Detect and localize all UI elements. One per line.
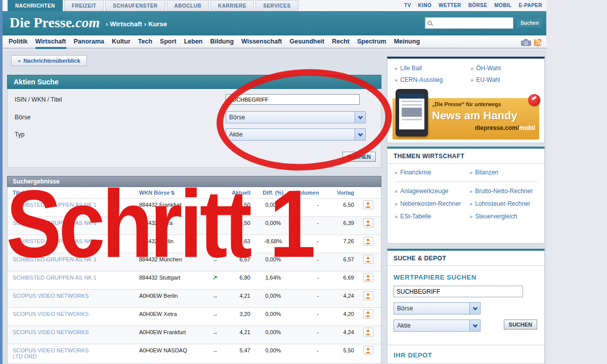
result-title-link[interactable]: SCOPUS VIDEO NETWORKS <box>13 311 89 317</box>
result-title-link[interactable]: SCHIBSTED-GRUPPEN AS NK 1 <box>13 256 97 262</box>
result-title-link[interactable]: SCOPUS VIDEO NETWORKS <box>13 293 89 299</box>
ad-url-prefix: diepresse.com/ <box>475 124 519 131</box>
nav-item-leben[interactable]: Leben <box>184 35 203 49</box>
quicklink-wetter[interactable]: WETTER <box>439 3 461 8</box>
divider <box>395 181 538 182</box>
quicklink-tv[interactable]: TV <box>404 3 411 8</box>
themen-link-steuervergleich[interactable]: »Steuervergleich <box>469 213 541 220</box>
sidebar-link-life-ball[interactable]: »Life Ball <box>395 65 470 72</box>
sidebar-search-input[interactable] <box>394 286 523 297</box>
camera-icon[interactable] <box>521 39 531 48</box>
breadcrumb-item-wirtschaft[interactable]: Wirtschaft <box>110 20 142 28</box>
nav-item-politik[interactable]: Politik <box>9 35 28 49</box>
aktien-suche-form: ISIN / WKN / Titel Börse Börse Typ Aktie… <box>7 89 381 168</box>
portfolio-person-icon[interactable] <box>363 346 373 355</box>
site-logo[interactable]: Die Presse.com <box>10 15 100 31</box>
cell-diff: 0,00% <box>250 311 296 317</box>
cell-trend: → <box>207 202 223 208</box>
themen-link-bilanzen[interactable]: »Bilanzen <box>469 169 541 176</box>
sidebar-aktie-select[interactable]: Aktie <box>394 320 481 332</box>
portfolio-person-icon[interactable] <box>363 237 373 246</box>
portfolio-person-icon[interactable] <box>363 291 373 300</box>
topbar-tab-services[interactable]: SERVICES <box>255 0 298 11</box>
cell-titel: SCHIBSTED-GRUPPEN AS NK 1 <box>13 275 139 281</box>
nav-item-sport[interactable]: Sport <box>160 35 177 49</box>
rss-icon[interactable] <box>534 39 541 48</box>
sidebar-link-öh-wahl[interactable]: »ÖH-Wahl <box>470 65 541 72</box>
sidebar-link-eu-wahl[interactable]: »EU-Wahl <box>470 76 541 83</box>
result-title-link[interactable]: SCHIBSTED-GRUPPEN AS NK 1 <box>13 202 97 208</box>
topbar-tab-nachrichten[interactable]: NACHRICHTEN <box>8 0 63 11</box>
nav-item-kultur[interactable]: Kultur <box>112 35 131 49</box>
isin-wkn-titel-input[interactable] <box>226 94 360 105</box>
result-title-link[interactable]: SCHIBSTED-GRUPPEN AS NK 1 <box>13 275 97 281</box>
table-row: SCOPUS VIDEO NETWORKSA0H0EW Xetra→3,200,… <box>8 307 381 326</box>
wertpapiere-suchen-title: WERTPAPIERE SUCHEN <box>394 274 538 281</box>
result-title-link[interactable]: SCHIBSTED-GRUPPEN AS NK 1 <box>13 238 97 244</box>
quicklink-börse[interactable]: BÖRSE <box>468 3 488 8</box>
portfolio-person-icon[interactable] <box>363 309 373 318</box>
quicklink-kino[interactable]: KINO <box>418 3 431 8</box>
quicklink-e-paper[interactable]: E-PAPER <box>518 3 542 8</box>
portfolio-person-icon[interactable] <box>363 255 373 264</box>
masthead-suchen-button[interactable]: Suchen <box>517 19 542 27</box>
portfolio-person-icon[interactable] <box>363 200 373 209</box>
nav-item-recht[interactable]: Recht <box>332 35 350 49</box>
cell-aktuell: 4,21 <box>223 293 250 299</box>
cell-wkn-boerse: A0H0EW NASDAQ <box>139 347 207 353</box>
sidebar-suchen-button[interactable]: SUCHEN <box>504 320 537 330</box>
nav-item-meinung[interactable]: Meinung <box>394 35 420 49</box>
trend-up-icon: ↗ <box>212 274 218 281</box>
sidebar-suche-depot-box: SUCHE & DEPOT WERTPAPIERE SUCHEN Börse A… <box>387 249 545 364</box>
bullet-icon: » <box>470 65 473 71</box>
themen-link-brutto-netto-rechner[interactable]: »Brutto-Netto-Rechner <box>469 188 541 195</box>
results-title: Suchergebnisse <box>13 178 60 185</box>
themen-link-nebenkosten-rechner[interactable]: »Nebenkosten-Rechner <box>395 200 469 207</box>
nav-item-panorama[interactable]: Panorama <box>74 35 104 49</box>
topbar-tab-karriere[interactable]: KARRIERE <box>210 0 254 11</box>
typ-select[interactable]: Aktie <box>226 128 366 141</box>
result-title-link[interactable]: SCHIBSTED-GRUPPEN AS NK 1 <box>13 220 97 226</box>
result-title-link[interactable]: SCOPUS VIDEO NETWORKS <box>13 329 89 335</box>
themen-row: »Finanzkrise»Bilanzen <box>395 169 544 176</box>
sidebar-boerse-select[interactable]: Börse <box>394 302 481 314</box>
search-icon <box>427 21 432 25</box>
boerse-value: Frankfurt <box>163 329 186 335</box>
portfolio-person-icon[interactable] <box>363 218 373 228</box>
nav-item-spectrum[interactable]: Spectrum <box>357 35 386 49</box>
column-header-wkn-boerse[interactable]: WKN Börse⇅ <box>139 190 207 196</box>
bullet-icon: » <box>470 77 473 83</box>
column-header-titel[interactable]: Titel⇅ <box>13 190 139 196</box>
sidebar-link-cern-ausstieg[interactable]: »CERN-Ausstieg <box>395 76 470 83</box>
nav-item-gesundheit[interactable]: Gesundheit <box>289 35 324 49</box>
themen-link-est-tabelle[interactable]: »ESt-Tabelle <box>395 213 469 220</box>
bullet-icon: » <box>395 188 398 194</box>
masthead: Die Presse.com ›Wirtschaft›Kurse Suchen <box>3 11 546 35</box>
cell-trend: ↗ <box>207 275 223 281</box>
nav-item-tech[interactable]: Tech <box>138 35 152 49</box>
topbar-tab-schaufenster[interactable]: SCHAUFENSTER <box>105 0 165 11</box>
cell-titel: SCHIBSTED-GRUPPEN AS NK 1 <box>13 220 139 226</box>
portfolio-person-icon[interactable] <box>363 273 373 282</box>
topbar-tab-aboclub[interactable]: ABOCLUB <box>167 0 209 11</box>
themen-link-lohnsteuer-rechner[interactable]: »Lohnsteuer-Rechner <box>469 200 541 207</box>
nav-item-wissenschaft[interactable]: Wissenschaft <box>241 35 282 49</box>
quicklink-mobil[interactable]: MOBIL <box>494 3 511 8</box>
nachrichtenueberblick-back-button[interactable]: «Nachrichtenüberblick <box>11 55 87 66</box>
news-am-handy-ad[interactable]: „Die Presse“ für unterwegs News am Handy… <box>393 98 539 140</box>
bullet-icon: » <box>469 213 472 219</box>
suchen-button[interactable]: SUCHEN <box>342 152 376 162</box>
table-row: SCHIBSTED-GRUPPEN AS NK 1884432 München→… <box>8 253 381 271</box>
nav-item-bildung[interactable]: Bildung <box>210 35 234 49</box>
themen-link-finanzkrise[interactable]: »Finanzkrise <box>395 169 469 176</box>
nav-item-wirtschaft[interactable]: Wirtschaft <box>35 35 66 49</box>
portfolio-person-icon[interactable] <box>363 328 373 337</box>
topbar-tab-freizeit[interactable]: FREIZEIT <box>64 0 104 11</box>
boerse-select[interactable]: Börse <box>226 111 366 123</box>
result-title-link[interactable]: SCOPUS VIDEO NETWORKS LTD ORD <box>13 347 100 359</box>
breadcrumb-item-kurse[interactable]: Kurse <box>148 20 167 28</box>
breadcrumb-separator: › <box>106 20 108 28</box>
cell-vortag: 4,24 <box>319 329 354 335</box>
masthead-search-input[interactable] <box>432 19 513 28</box>
themen-link-anlagewerkzeuge[interactable]: »Anlagewerkzeuge <box>395 188 469 195</box>
